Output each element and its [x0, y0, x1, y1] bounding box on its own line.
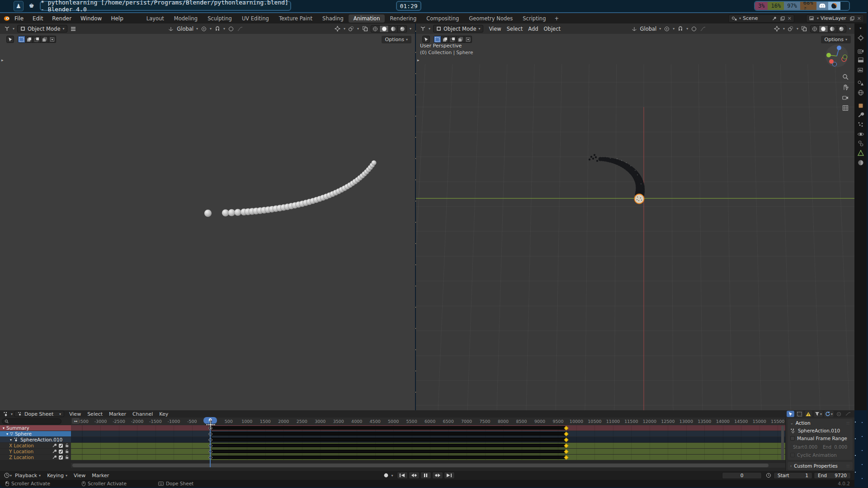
- falloff-curve-icon[interactable]: [844, 411, 852, 417]
- camera-view-icon[interactable]: [841, 93, 850, 102]
- snap-magnet-icon[interactable]: [214, 26, 221, 32]
- channel-x-location[interactable]: X Location: [0, 443, 71, 448]
- select-circle-tool-button[interactable]: [41, 36, 48, 43]
- tab-scene-icon[interactable]: [854, 78, 867, 88]
- workspace-tab[interactable]: Sculpting: [203, 14, 237, 23]
- cyclic-animation-row[interactable]: Cyclic Animation: [790, 452, 850, 458]
- panel-collapse-icon[interactable]: ⌄: [790, 421, 793, 425]
- dope-sheet-mode-dropdown[interactable]: Dope Sheet ▾: [14, 411, 64, 417]
- menu-item[interactable]: Add: [525, 26, 541, 32]
- select-subtract-tool-button[interactable]: [33, 36, 41, 43]
- chevron-down-icon[interactable]: ▾: [344, 27, 345, 31]
- wm-tag[interactable]: ♚: [27, 1, 36, 11]
- close-icon[interactable]: ×: [857, 15, 861, 21]
- dope-sheet-editor[interactable]: ▾ Dope Sheet ▾ ViewSelectMarkerChannelKe…: [0, 410, 854, 471]
- frame-end-field[interactable]: End9720: [814, 472, 851, 479]
- vertical-scrollbar[interactable]: [781, 426, 784, 460]
- select-circle-tool-button[interactable]: [457, 36, 464, 43]
- horizontal-scrollbar-thumb[interactable]: [72, 464, 769, 467]
- close-icon[interactable]: ×: [788, 15, 792, 21]
- select-extend-tool-button[interactable]: [25, 36, 33, 43]
- viewport-left[interactable]: ▾ Object Mode ▾ Global ▾ ▾: [0, 23, 415, 410]
- select-subtract-tool-button[interactable]: [449, 36, 457, 43]
- workspace-tab[interactable]: Scripting: [518, 14, 551, 23]
- timeline-ruler[interactable]: -3500-3000-2500-2000-1500-1000-500050010…: [71, 418, 785, 425]
- channel-y-location[interactable]: Y Location: [0, 449, 71, 454]
- current-frame-field[interactable]: 0: [722, 472, 762, 479]
- select-box-tool-button[interactable]: [434, 36, 441, 43]
- keyframe-row-y-location[interactable]: [71, 449, 785, 454]
- menu-item[interactable]: Help: [106, 15, 127, 22]
- keyframe-range-bar[interactable]: [210, 455, 566, 459]
- workspace-tab[interactable]: UV Editing: [237, 14, 274, 23]
- chevron-down-icon[interactable]: ▾: [429, 27, 430, 31]
- modifier-wrench-icon[interactable]: [52, 455, 57, 460]
- keyframe-row-sphere[interactable]: [71, 431, 785, 436]
- pause-button[interactable]: [420, 472, 431, 479]
- mode-dropdown[interactable]: Object Mode ▾: [17, 25, 67, 33]
- auto-keying-button[interactable]: [381, 472, 392, 479]
- frame-start-field[interactable]: Start1: [774, 472, 812, 479]
- lock-open-icon[interactable]: [65, 443, 69, 448]
- navigation-gizmo[interactable]: [825, 44, 849, 68]
- marker-menu[interactable]: Marker: [89, 473, 112, 479]
- wm-tag[interactable]: ♟: [14, 1, 24, 11]
- use-preview-range-icon[interactable]: [765, 472, 772, 479]
- tab-render-icon[interactable]: [854, 46, 867, 56]
- zoom-icon[interactable]: [841, 72, 850, 81]
- panel-expand-icon[interactable]: ›: [790, 464, 792, 468]
- scene-selector[interactable]: ▾ Scene ×: [728, 14, 794, 23]
- show-errors-icon[interactable]: [805, 411, 812, 417]
- menu-item[interactable]: Select: [504, 26, 525, 32]
- next-keyframe-button[interactable]: [432, 472, 443, 479]
- chevron-down-icon[interactable]: ▾: [11, 412, 13, 416]
- channel-z-location[interactable]: Z Location: [0, 455, 71, 460]
- lock-open-icon[interactable]: [65, 449, 69, 454]
- shading-material-button[interactable]: [828, 25, 837, 33]
- prev-keyframe-button[interactable]: [409, 472, 420, 479]
- shading-wireframe-button[interactable]: [810, 25, 819, 33]
- workspace-tab[interactable]: Modeling: [169, 14, 203, 23]
- properties-tab-strip[interactable]: ▾: [854, 23, 867, 410]
- tab-view-layer-icon[interactable]: [854, 65, 867, 75]
- pivot-icon[interactable]: [664, 26, 670, 32]
- menu-item[interactable]: Marker: [106, 411, 129, 417]
- workspace-tab[interactable]: Layout: [142, 14, 169, 23]
- menu-item[interactable]: Render: [47, 15, 76, 22]
- modifier-wrench-icon[interactable]: [52, 443, 57, 448]
- keyframe-range-bar[interactable]: [210, 438, 566, 441]
- chevron-down-icon[interactable]: ▾: [210, 27, 212, 31]
- jump-to-start-button[interactable]: [397, 472, 408, 479]
- keyframe-row-sphereaction-010[interactable]: [71, 437, 785, 442]
- ortho-toggle-icon[interactable]: [841, 103, 850, 113]
- channel-sphere[interactable]: ▾▽Sphere: [0, 431, 71, 436]
- shading-material-button[interactable]: [389, 25, 398, 33]
- select-lasso-tool-button[interactable]: [48, 36, 56, 43]
- tab-modifiers-icon[interactable]: [854, 110, 867, 120]
- viewport-options-button[interactable]: Options ▾: [821, 36, 851, 43]
- chevron-down-icon[interactable]: ▾: [13, 27, 14, 31]
- falloff-curve-icon[interactable]: [237, 26, 243, 32]
- manual-frame-range-row[interactable]: Manual Frame Range: [790, 436, 850, 441]
- channel-search-input[interactable]: [10, 419, 56, 424]
- chevron-down-icon[interactable]: ▾: [854, 23, 867, 33]
- proportional-edit-icon[interactable]: [835, 411, 843, 417]
- checkbox[interactable]: [790, 453, 795, 457]
- proportional-edit-icon[interactable]: [228, 26, 234, 32]
- show-overlays-icon[interactable]: [348, 26, 354, 32]
- select-box-tool-button[interactable]: [18, 36, 25, 43]
- keying-menu[interactable]: Keying▾: [44, 473, 71, 479]
- filter-funnel-button[interactable]: ▾: [814, 411, 823, 417]
- workspace-tab[interactable]: Rendering: [385, 14, 421, 23]
- blender-logo-icon[interactable]: [4, 15, 10, 22]
- show-gizmo-icon[interactable]: [774, 26, 780, 32]
- tweak-tool-button[interactable]: [6, 36, 14, 43]
- menu-item[interactable]: Key: [156, 411, 171, 417]
- tab-particles-icon[interactable]: [854, 120, 867, 129]
- checkbox[interactable]: [790, 436, 795, 441]
- show-gizmo-icon[interactable]: [335, 26, 341, 32]
- copy-icon[interactable]: [779, 15, 786, 22]
- menu-item[interactable]: View: [486, 26, 504, 32]
- chevron-down-icon[interactable]: ▾: [797, 27, 798, 31]
- chevron-down-icon[interactable]: ▾: [410, 27, 411, 31]
